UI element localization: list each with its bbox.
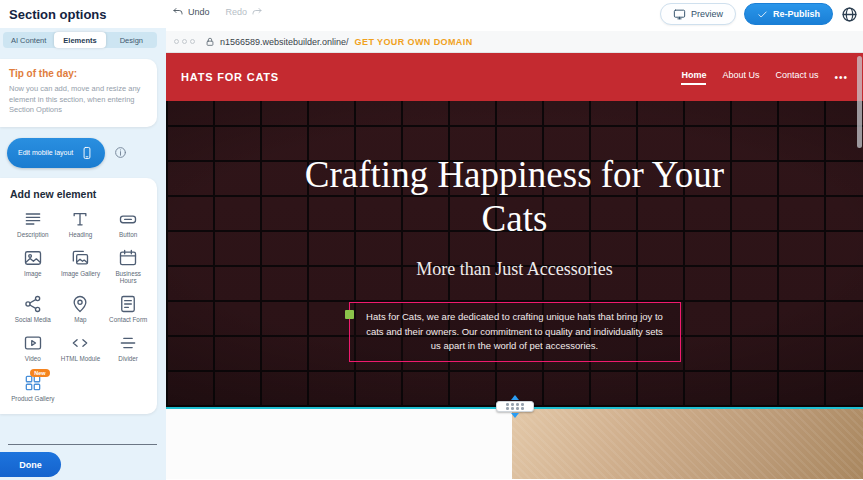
site-logo[interactable]: HATS FOR CATS [181,71,279,83]
element-map[interactable]: Map [58,294,104,323]
editor-canvas: n1566589.websitebuilder.online/ GET YOUR… [166,28,863,480]
check-icon [757,9,768,20]
drag-handle [496,401,534,412]
drag-dots-icon [506,403,508,405]
tip-body: Now you can add, move and resize any ele… [9,84,145,116]
browser-dot-icon [182,39,187,44]
mobile-layout-row: Edit mobile layout [0,138,166,168]
social-media-icon [23,294,43,314]
topbar-actions: Preview Re-Publish [660,3,858,25]
undo-button[interactable]: Undo [172,6,210,18]
site-nav: Home About Us Contact us ••• [681,70,848,85]
element-image-gallery[interactable]: Image Gallery [58,248,104,284]
hero-subtitle[interactable]: More than Just Accessories [416,259,612,280]
done-button[interactable]: Done [0,452,61,477]
site-header: HATS FOR CATS Home About Us Contact us •… [166,53,863,101]
description-icon [23,209,43,229]
redo-button[interactable]: Redo [226,6,264,18]
undo-label: Undo [188,7,210,17]
lock-icon [205,37,215,47]
element-contact-form[interactable]: Contact Form [105,294,151,323]
browser-address-bar: n1566589.websitebuilder.online/ GET YOUR… [166,31,863,53]
heading-icon [70,209,90,229]
arrow-up-icon [511,395,519,400]
site-page: HATS FOR CATS Home About Us Contact us •… [166,53,863,479]
phone-icon [80,146,94,160]
preview-button[interactable]: Preview [660,3,736,25]
republish-button[interactable]: Re-Publish [744,3,833,25]
hero-paragraph-text: Hats for Cats, we are dedicated to craft… [366,311,663,351]
preview-label: Preview [691,9,723,19]
tab-ai-content[interactable]: AI Content [3,32,54,48]
add-element-card: Add new element Description Heading Butt… [0,178,157,414]
element-video[interactable]: Video [10,333,56,362]
history-controls: Undo Redo [172,6,263,18]
sidebar-footer: Done [0,444,166,477]
arrow-down-icon [511,413,519,418]
new-badge: New [30,369,49,377]
next-section [166,409,863,479]
map-icon [70,294,90,314]
tip-of-the-day-card: Tip of the day: Now you can add, move an… [0,59,157,127]
page-title: Section options [9,7,107,22]
image-icon [23,248,43,268]
browser-dot-icon [190,39,195,44]
edit-mobile-layout-button[interactable]: Edit mobile layout [7,138,105,168]
html-module-icon [70,333,90,353]
redo-label: Redo [226,7,248,17]
video-icon [23,333,43,353]
contact-form-icon [118,294,138,314]
divider-icon [118,333,138,353]
info-icon[interactable] [114,146,127,159]
browser-dot-icon [174,39,179,44]
element-product-gallery[interactable]: New Product Gallery [10,373,56,402]
hero-section: Crafting Happiness for Your Cats More th… [166,101,863,407]
scrollbar-thumb[interactable] [857,56,862,148]
element-description[interactable]: Description [10,209,56,238]
sidebar-footer-divider [8,444,157,445]
edit-mobile-layout-label: Edit mobile layout [18,149,73,156]
language-globe-icon[interactable] [841,6,858,23]
nav-item-home[interactable]: Home [681,70,706,85]
element-social-media[interactable]: Social Media [10,294,56,323]
hero-paragraph-selected[interactable]: Hats for Cats, we are dedicated to craft… [349,302,681,362]
topbar: Section options Undo Redo Preview Re-Pub [0,0,863,28]
element-button[interactable]: Button [105,209,151,238]
republish-label: Re-Publish [773,9,820,19]
carpet-cat-image[interactable] [512,409,863,479]
image-gallery-icon [70,248,90,268]
site-url: n1566589.websitebuilder.online/ [220,37,349,47]
tip-heading: Tip of the day: [9,68,145,79]
sidebar: AI Content Elements Design Tip of the da… [0,28,166,480]
section-resize-handle[interactable] [496,395,534,418]
button-icon [118,209,138,229]
resize-handle-green[interactable] [345,310,354,319]
nav-more-menu[interactable]: ••• [834,72,848,83]
element-heading[interactable]: Heading [58,209,104,238]
add-element-title: Add new element [10,188,151,200]
sidebar-tabs: AI Content Elements Design [3,32,157,48]
element-html-module[interactable]: HTML Module [58,333,104,362]
nav-item-about-us[interactable]: About Us [722,70,759,85]
get-domain-link[interactable]: GET YOUR OWN DOMAIN [355,37,473,47]
element-image[interactable]: Image [10,248,56,284]
nav-item-contact-us[interactable]: Contact us [775,70,818,85]
business-hours-icon [118,248,138,268]
monitor-icon [673,8,686,21]
element-divider[interactable]: Divider [105,333,151,362]
hero-title[interactable]: Crafting Happiness for Your Cats [305,153,725,242]
redo-icon [251,6,263,18]
element-business-hours[interactable]: Business Hours [105,248,151,284]
element-grid: Description Heading Button Image [10,209,151,402]
undo-icon [172,6,184,18]
tab-design[interactable]: Design [106,32,157,48]
tab-elements[interactable]: Elements [54,32,105,48]
